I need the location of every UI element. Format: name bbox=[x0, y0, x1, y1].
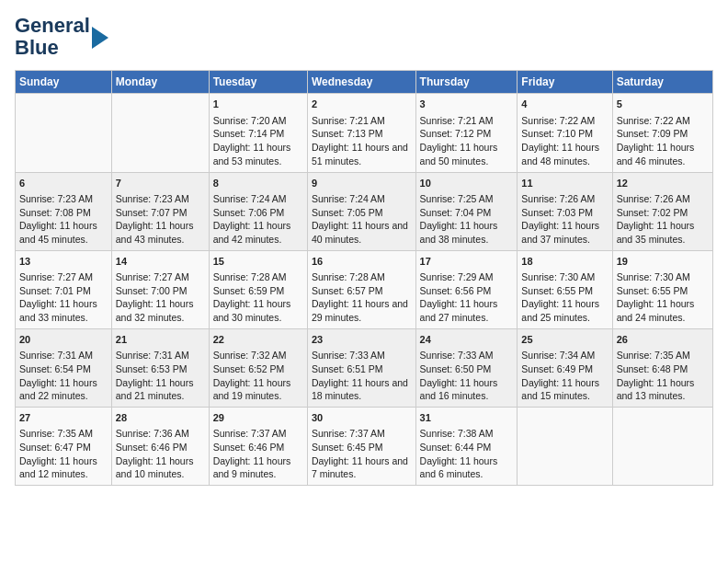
week-row-1: 1 Sunrise: 7:20 AM Sunset: 7:14 PM Dayli… bbox=[16, 94, 713, 172]
day-number: 8 bbox=[213, 177, 303, 190]
daylight: Daylight: 11 hours and 51 minutes. bbox=[312, 142, 408, 167]
daylight: Daylight: 11 hours and 15 minutes. bbox=[521, 377, 599, 402]
day-cell: 24 Sunrise: 7:33 AM Sunset: 6:50 PM Dayl… bbox=[415, 328, 518, 407]
sunrise: Sunrise: 7:24 AM bbox=[213, 193, 287, 204]
sunset: Sunset: 7:08 PM bbox=[19, 207, 91, 218]
day-number: 24 bbox=[420, 333, 514, 347]
sunrise: Sunrise: 7:33 AM bbox=[312, 350, 385, 361]
day-number: 18 bbox=[521, 255, 608, 269]
daylight: Daylight: 11 hours and 19 minutes. bbox=[213, 377, 291, 402]
sunset: Sunset: 6:55 PM bbox=[521, 285, 593, 296]
day-cell: 2 Sunrise: 7:21 AM Sunset: 7:13 PM Dayli… bbox=[307, 94, 415, 172]
daylight: Daylight: 11 hours and 35 minutes. bbox=[617, 220, 695, 245]
header-row: SundayMondayTuesdayWednesdayThursdayFrid… bbox=[16, 71, 713, 94]
sunrise: Sunrise: 7:36 AM bbox=[116, 428, 189, 439]
day-number: 2 bbox=[312, 98, 412, 111]
day-number: 31 bbox=[420, 411, 514, 425]
daylight: Daylight: 11 hours and 12 minutes. bbox=[19, 455, 97, 480]
day-cell: 6 Sunrise: 7:23 AM Sunset: 7:08 PM Dayli… bbox=[16, 172, 112, 250]
day-number: 3 bbox=[420, 98, 514, 111]
calendar-table: SundayMondayTuesdayWednesdayThursdayFrid… bbox=[15, 70, 713, 486]
daylight: Daylight: 11 hours and 10 minutes. bbox=[116, 455, 194, 480]
day-number: 16 bbox=[312, 255, 412, 269]
daylight: Daylight: 11 hours and 18 minutes. bbox=[312, 377, 408, 402]
sunrise: Sunrise: 7:27 AM bbox=[19, 271, 93, 282]
sunrise: Sunrise: 7:37 AM bbox=[312, 428, 385, 439]
sunrise: Sunrise: 7:22 AM bbox=[521, 115, 595, 126]
day-number: 30 bbox=[312, 411, 412, 425]
daylight: Daylight: 11 hours and 42 minutes. bbox=[213, 220, 291, 245]
day-cell: 16 Sunrise: 7:28 AM Sunset: 6:57 PM Dayl… bbox=[307, 250, 415, 328]
daylight: Daylight: 11 hours and 38 minutes. bbox=[420, 220, 498, 245]
sunset: Sunset: 6:46 PM bbox=[116, 442, 188, 453]
day-cell bbox=[518, 407, 612, 485]
day-cell: 19 Sunrise: 7:30 AM Sunset: 6:55 PM Dayl… bbox=[612, 250, 712, 328]
day-cell: 20 Sunrise: 7:31 AM Sunset: 6:54 PM Dayl… bbox=[16, 328, 112, 407]
sunrise: Sunrise: 7:30 AM bbox=[617, 271, 690, 282]
week-row-5: 27 Sunrise: 7:35 AM Sunset: 6:47 PM Dayl… bbox=[16, 407, 713, 485]
col-header-sunday: Sunday bbox=[16, 71, 112, 94]
sunset: Sunset: 7:09 PM bbox=[617, 128, 688, 139]
day-number: 26 bbox=[617, 333, 709, 347]
day-cell: 26 Sunrise: 7:35 AM Sunset: 6:48 PM Dayl… bbox=[612, 328, 712, 407]
sunset: Sunset: 7:07 PM bbox=[116, 207, 188, 218]
day-number: 28 bbox=[116, 411, 205, 425]
sunrise: Sunrise: 7:24 AM bbox=[312, 193, 385, 204]
day-cell: 7 Sunrise: 7:23 AM Sunset: 7:07 PM Dayli… bbox=[111, 172, 209, 250]
daylight: Daylight: 11 hours and 37 minutes. bbox=[521, 220, 599, 245]
day-number: 23 bbox=[312, 333, 412, 347]
sunrise: Sunrise: 7:29 AM bbox=[420, 271, 494, 282]
sunset: Sunset: 7:03 PM bbox=[521, 207, 593, 218]
col-header-tuesday: Tuesday bbox=[209, 71, 307, 94]
sunset: Sunset: 7:05 PM bbox=[312, 207, 383, 218]
sunrise: Sunrise: 7:23 AM bbox=[19, 193, 93, 204]
day-cell: 11 Sunrise: 7:26 AM Sunset: 7:03 PM Dayl… bbox=[518, 172, 612, 250]
day-cell: 17 Sunrise: 7:29 AM Sunset: 6:56 PM Dayl… bbox=[415, 250, 518, 328]
daylight: Daylight: 11 hours and 27 minutes. bbox=[420, 298, 498, 323]
day-cell: 23 Sunrise: 7:33 AM Sunset: 6:51 PM Dayl… bbox=[307, 328, 415, 407]
sunset: Sunset: 7:13 PM bbox=[312, 128, 383, 139]
col-header-friday: Friday bbox=[518, 71, 612, 94]
day-number: 29 bbox=[213, 411, 303, 425]
sunset: Sunset: 7:04 PM bbox=[420, 207, 492, 218]
sunset: Sunset: 6:49 PM bbox=[521, 363, 593, 374]
daylight: Daylight: 11 hours and 32 minutes. bbox=[116, 298, 194, 323]
day-number: 27 bbox=[19, 411, 108, 425]
day-cell: 12 Sunrise: 7:26 AM Sunset: 7:02 PM Dayl… bbox=[612, 172, 712, 250]
day-cell: 9 Sunrise: 7:24 AM Sunset: 7:05 PM Dayli… bbox=[307, 172, 415, 250]
sunrise: Sunrise: 7:30 AM bbox=[521, 271, 595, 282]
week-row-3: 13 Sunrise: 7:27 AM Sunset: 7:01 PM Dayl… bbox=[16, 250, 713, 328]
day-number: 1 bbox=[213, 98, 303, 111]
page-header: GeneralBlue bbox=[15, 15, 713, 59]
sunset: Sunset: 7:14 PM bbox=[213, 128, 285, 139]
daylight: Daylight: 11 hours and 13 minutes. bbox=[617, 377, 695, 402]
sunset: Sunset: 7:00 PM bbox=[116, 285, 188, 296]
sunrise: Sunrise: 7:28 AM bbox=[312, 271, 385, 282]
sunset: Sunset: 6:53 PM bbox=[116, 363, 188, 374]
sunrise: Sunrise: 7:31 AM bbox=[116, 350, 189, 361]
day-cell: 21 Sunrise: 7:31 AM Sunset: 6:53 PM Dayl… bbox=[111, 328, 209, 407]
day-cell: 5 Sunrise: 7:22 AM Sunset: 7:09 PM Dayli… bbox=[612, 94, 712, 172]
sunset: Sunset: 6:54 PM bbox=[19, 363, 91, 374]
sunset: Sunset: 6:47 PM bbox=[19, 442, 91, 453]
sunset: Sunset: 6:55 PM bbox=[617, 285, 688, 296]
day-number: 17 bbox=[420, 255, 514, 269]
day-number: 11 bbox=[521, 177, 608, 190]
sunset: Sunset: 6:56 PM bbox=[420, 285, 492, 296]
sunrise: Sunrise: 7:23 AM bbox=[116, 193, 189, 204]
day-cell: 4 Sunrise: 7:22 AM Sunset: 7:10 PM Dayli… bbox=[518, 94, 612, 172]
daylight: Daylight: 11 hours and 45 minutes. bbox=[19, 220, 97, 245]
day-number: 6 bbox=[19, 177, 108, 190]
daylight: Daylight: 11 hours and 40 minutes. bbox=[312, 220, 408, 245]
sunset: Sunset: 7:12 PM bbox=[420, 128, 492, 139]
day-cell: 10 Sunrise: 7:25 AM Sunset: 7:04 PM Dayl… bbox=[415, 172, 518, 250]
day-cell: 30 Sunrise: 7:37 AM Sunset: 6:45 PM Dayl… bbox=[307, 407, 415, 485]
sunset: Sunset: 6:51 PM bbox=[312, 363, 383, 374]
sunrise: Sunrise: 7:37 AM bbox=[213, 428, 287, 439]
sunrise: Sunrise: 7:21 AM bbox=[420, 115, 494, 126]
day-number: 9 bbox=[312, 177, 412, 190]
day-number: 20 bbox=[19, 333, 108, 347]
day-cell: 28 Sunrise: 7:36 AM Sunset: 6:46 PM Dayl… bbox=[111, 407, 209, 485]
sunrise: Sunrise: 7:35 AM bbox=[617, 350, 690, 361]
daylight: Daylight: 11 hours and 9 minutes. bbox=[213, 455, 291, 480]
